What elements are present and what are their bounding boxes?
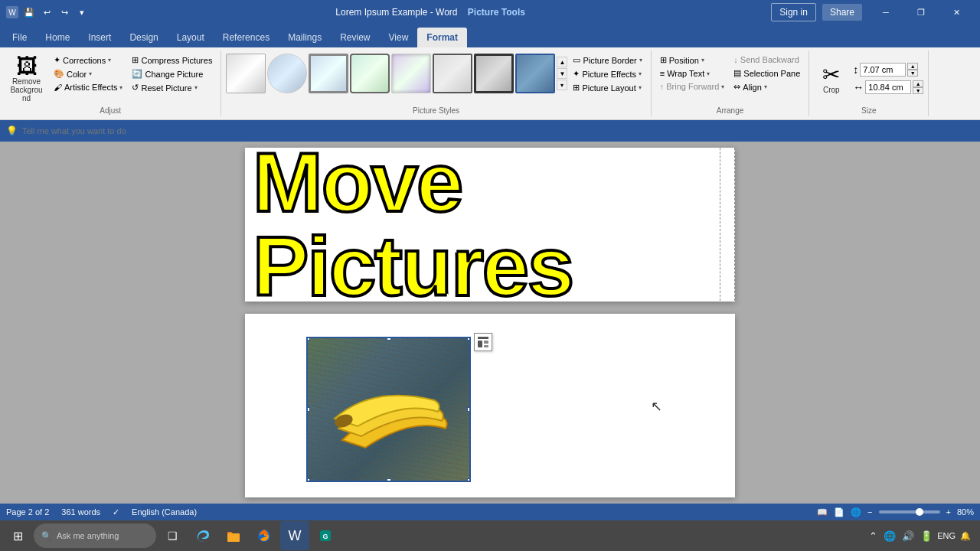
align-dropdown: ▾ (764, 83, 767, 90)
style-thumb-3[interactable] (309, 54, 348, 93)
handle-tr (467, 337, 471, 341)
pl-dropdown: ▾ (639, 84, 642, 91)
selection-pane-button[interactable]: ▤ Selection Pane (730, 67, 804, 80)
tab-review[interactable]: Review (331, 28, 379, 47)
tab-insert[interactable]: Insert (79, 28, 120, 47)
close-button[interactable]: ✕ (939, 0, 974, 24)
zoom-out-icon[interactable]: − (867, 507, 872, 517)
arrange-col2: ↓ Send Backward ▤ Selection Pane ⇔ Align… (730, 54, 804, 93)
start-button[interactable]: ⊞ (3, 521, 32, 550)
style-thumb-2[interactable] (267, 54, 307, 93)
bring-forward-button[interactable]: ↑ Bring Forward ▾ (656, 80, 729, 93)
banana-image (308, 338, 469, 481)
handle-bl (306, 478, 310, 482)
word-taskbar-button[interactable]: W (280, 521, 309, 550)
width-input[interactable]: 10.84 cm (865, 80, 911, 94)
notification-icon[interactable]: 🔔 (960, 531, 971, 541)
read-mode-icon[interactable]: 📖 (817, 507, 828, 517)
send-backward-button[interactable]: ↓ Send Backward (730, 54, 804, 66)
undo-button[interactable]: ↩ (39, 5, 54, 20)
tab-format[interactable]: Format (417, 28, 467, 47)
height-spin-up[interactable]: ▲ (907, 63, 918, 70)
customize-button[interactable]: ▾ (74, 5, 90, 20)
folder-icon (226, 528, 241, 543)
network-icon[interactable]: 🌐 (884, 530, 896, 542)
style-thumb-4[interactable] (350, 54, 390, 93)
wrap-text-button[interactable]: ≡ Wrap Text ▾ (656, 67, 729, 80)
gallery-up-arrow[interactable]: ▲ (557, 57, 567, 67)
crop-label: Crop (823, 86, 840, 94)
style-thumb-1[interactable] (226, 54, 266, 93)
redo-button[interactable]: ↪ (57, 5, 72, 20)
volume-icon[interactable]: 🔊 (902, 530, 914, 542)
color-dropdown-arrow: ▾ (89, 70, 92, 77)
tab-layout[interactable]: Layout (168, 28, 214, 47)
tab-view[interactable]: View (380, 28, 418, 47)
task-view-button[interactable]: ❑ (158, 521, 187, 550)
banana-image-container[interactable] (306, 337, 471, 482)
svg-rect-6 (227, 533, 240, 542)
width-spin-down[interactable]: ▼ (913, 87, 923, 94)
document-area: Move Pictures (0, 142, 980, 504)
app6-button[interactable]: G (311, 521, 340, 550)
tab-file[interactable]: File (3, 28, 36, 47)
style-thumb-7[interactable] (474, 54, 514, 93)
change-picture-button[interactable]: 🔄 Change Picture (128, 67, 216, 80)
document-page-1: Move Pictures (245, 148, 735, 302)
battery-icon[interactable]: 🔋 (920, 530, 933, 542)
height-input[interactable]: 7.07 cm (860, 63, 906, 77)
compress-pictures-button[interactable]: ⊞ Compress Pictures (128, 54, 216, 67)
save-button[interactable]: 💾 (21, 5, 37, 20)
minimize-button[interactable]: ─ (868, 0, 903, 24)
style-thumb-6[interactable] (433, 54, 472, 93)
page1-content: Move Pictures (245, 148, 735, 302)
edge-button[interactable] (188, 521, 217, 550)
picture-effects-button[interactable]: ✦ Picture Effects ▾ (569, 67, 645, 80)
selection-pane-icon: ▤ (733, 68, 741, 78)
height-spin-down[interactable]: ▼ (907, 70, 918, 77)
handle-tm (387, 337, 391, 341)
document-title: Lorem Ipsum Example - Word Picture Tools (90, 7, 771, 18)
color-button[interactable]: 🎨 Color ▾ (50, 67, 126, 80)
tab-mailings[interactable]: Mailings (279, 28, 331, 47)
sign-in-button[interactable]: Sign in (771, 3, 816, 21)
firefox-button[interactable] (250, 521, 279, 550)
picture-layout-button[interactable]: ⊞ Picture Layout ▾ (569, 81, 645, 94)
reset-picture-button[interactable]: ↺ Reset Picture ▾ (128, 81, 216, 94)
artistic-effects-button[interactable]: 🖌 Artistic Effects ▾ (50, 81, 126, 93)
style-thumb-5[interactable] (391, 54, 431, 93)
picture-tools-label: Picture Tools (468, 7, 525, 18)
svg-text:G: G (322, 533, 328, 540)
width-spin-up[interactable]: ▲ (913, 80, 923, 87)
tab-references[interactable]: References (214, 28, 279, 47)
taskbar-search[interactable]: 🔍 Ask me anything (34, 523, 156, 548)
crop-button[interactable]: ✂ Crop (814, 62, 848, 96)
chevron-up-icon[interactable]: ⌃ (869, 530, 877, 542)
style-thumb-selected[interactable] (515, 54, 555, 93)
tell-me-input[interactable] (22, 126, 214, 135)
tab-design[interactable]: Design (120, 28, 167, 47)
firefox-icon (256, 528, 272, 543)
align-button[interactable]: ⇔ Align ▾ (730, 80, 804, 93)
width-input-container: ↔ 10.84 cm ▲ ▼ (853, 80, 923, 94)
gallery-expand[interactable]: ▾ (557, 80, 567, 90)
tab-home[interactable]: Home (36, 28, 79, 47)
change-picture-icon: 🔄 (132, 69, 142, 79)
layout-options-button[interactable] (474, 333, 492, 351)
gallery-down-arrow[interactable]: ▼ (557, 68, 567, 79)
adjust-col2: ⊞ Compress Pictures 🔄 Change Picture ↺ R… (128, 54, 216, 94)
remove-background-button[interactable]: 🖼 Remove Background (5, 54, 48, 105)
file-explorer-button[interactable] (219, 521, 248, 550)
adjust-group: 🖼 Remove Background ✦ Corrections ▾ 🎨 Co… (0, 51, 221, 116)
picture-border-button[interactable]: ▭ Picture Border ▾ (569, 54, 645, 67)
web-layout-icon[interactable]: 🌐 (851, 507, 861, 517)
page1-main-text: Move Pictures (253, 148, 727, 302)
position-button[interactable]: ⊞ Position ▾ (656, 54, 729, 67)
share-button[interactable]: Share (822, 4, 862, 21)
wt-dropdown: ▾ (707, 70, 710, 77)
restore-button[interactable]: ❐ (903, 0, 939, 24)
print-layout-icon[interactable]: 📄 (834, 507, 844, 517)
zoom-in-icon[interactable]: + (946, 507, 951, 517)
corrections-button[interactable]: ✦ Corrections ▾ (50, 54, 126, 67)
zoom-slider[interactable] (879, 510, 940, 514)
